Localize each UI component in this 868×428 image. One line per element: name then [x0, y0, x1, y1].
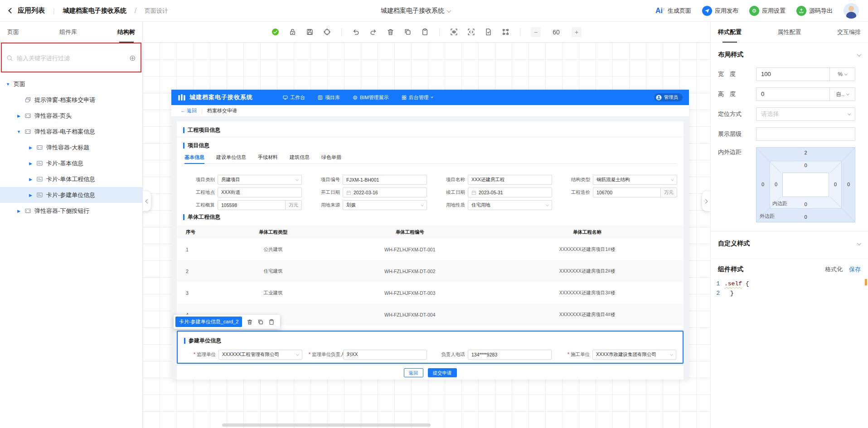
paste-icon[interactable] — [421, 28, 429, 36]
copy-icon[interactable] — [257, 319, 264, 325]
artboard-icon[interactable] — [502, 28, 509, 36]
nav-project-library[interactable]: 项目库 — [318, 94, 340, 101]
save-style-link[interactable]: 保存 — [849, 265, 861, 274]
margin-top-value[interactable]: 2 — [756, 150, 855, 155]
tab-green-measures[interactable]: 绿色举措 — [321, 152, 341, 164]
back-chevron-icon[interactable] — [8, 8, 14, 14]
end-date-picker[interactable]: 2023-05-31 — [468, 188, 552, 197]
margin-right-value[interactable]: 0 — [842, 182, 855, 187]
start-date-picker[interactable]: 2022-03-16 — [343, 188, 427, 197]
project-info-card[interactable]: 工程项目信息 项目信息 基本信息 建设单位信息 手续材料 建筑信息 绿色举措 项… — [177, 121, 684, 329]
builder-unit-select[interactable]: XXXX市政建设集团有限公司 — [592, 350, 676, 360]
page-check-icon[interactable] — [485, 28, 492, 36]
back-link[interactable]: ← 返回 — [180, 107, 197, 114]
project-cost-input[interactable]: 106700万元 — [593, 188, 677, 197]
tab-structure-tree[interactable]: 结构树 — [117, 22, 135, 43]
project-location-input[interactable]: XXX街道 — [218, 188, 302, 197]
tree-item-card-basicinfo[interactable]: ▶ 卡片-基本信息 — [0, 155, 142, 171]
tree-filter-input[interactable] — [17, 55, 126, 62]
redo-icon[interactable] — [369, 28, 377, 36]
zoom-out-button[interactable]: − — [531, 27, 541, 37]
chevron-expanded-icon[interactable]: ▼ — [16, 130, 21, 134]
project-code-input[interactable]: FJXM-1-BH001 — [343, 175, 427, 185]
tree-item-card-participants[interactable]: ▶ 卡片-参建单位信息 — [0, 187, 142, 203]
save-icon[interactable] — [306, 28, 314, 36]
project-estimate-input[interactable]: 105598万元 — [218, 200, 302, 210]
tab-pages[interactable]: 页面 — [7, 22, 19, 43]
copy-icon[interactable] — [404, 28, 412, 36]
preview-eye-icon[interactable] — [450, 28, 458, 36]
chevron-collapsed-icon[interactable]: ▶ — [28, 193, 33, 197]
code-editor[interactable]: 1 .self { 2 } — [711, 278, 868, 428]
supervisor-person-input[interactable]: 刘XX — [343, 350, 427, 360]
table-row[interactable]: 3工业建筑WH-FZLHJFXM-DT-003XXXXXXX还建房项目3#楼 — [177, 282, 684, 304]
chevron-collapsed-icon[interactable]: ▶ — [16, 209, 21, 213]
land-source-select[interactable]: 划拨 — [343, 200, 427, 210]
padding-bottom-value[interactable]: 0 — [756, 202, 855, 207]
tab-procedure-materials[interactable]: 手续材料 — [258, 152, 278, 164]
code-view-icon[interactable] — [467, 28, 475, 36]
custom-style-section-header[interactable]: 自定义样式 — [711, 231, 868, 253]
chevron-collapsed-icon[interactable]: ▶ — [28, 145, 33, 150]
code-line[interactable]: 1 .self { — [711, 279, 868, 289]
preview-user-badge[interactable]: 管理员 — [654, 93, 683, 101]
margin-left-value[interactable]: 0 — [756, 182, 770, 187]
back-to-app-list[interactable]: 应用列表 — [18, 6, 45, 15]
design-grid[interactable]: 城建档案电子接收系统 工作台 项目库 BIM管理展示 — [143, 43, 710, 428]
layout-style-section-header[interactable]: 布局样式 — [711, 43, 868, 64]
table-row[interactable]: 2住宅建筑WH-FZLHJFXM-DT-002XXXXXXX还建房项目2#楼 — [177, 260, 684, 282]
back-button[interactable]: 返回 — [404, 368, 423, 377]
paste-icon[interactable] — [268, 319, 275, 325]
preview-page[interactable]: 城建档案电子接收系统 工作台 项目库 BIM管理展示 — [171, 90, 689, 380]
tab-style-config[interactable]: 样式配置 — [718, 22, 742, 43]
tree-item-flex-earchive[interactable]: ▼ 弹性容器-电子档案信息 — [0, 124, 142, 139]
collapse-left-panel-handle[interactable] — [143, 191, 151, 211]
tree-item-flex-bottombuttons[interactable]: ▶ 弹性容器-下侧按钮行 — [0, 203, 142, 219]
height-unit-select[interactable]: 自.. — [830, 87, 855, 101]
tree-item-card-unitproject[interactable]: ▶ 卡片-单体工程信息 — [0, 171, 142, 187]
lock-icon[interactable] — [289, 28, 296, 36]
collapse-right-panel-handle[interactable] — [702, 191, 710, 211]
user-avatar[interactable] — [844, 3, 859, 19]
tab-basic-info[interactable]: 基本信息 — [184, 152, 204, 164]
app-title-switcher[interactable]: 城建档案电子接收系统 — [381, 0, 451, 22]
tab-building-info[interactable]: 建筑信息 — [290, 152, 310, 164]
tree-item-flex-bigtitle[interactable]: ▶ 弹性容器-大标题 — [0, 139, 142, 155]
chevron-collapsed-icon[interactable]: ▶ — [28, 177, 33, 182]
padding-top-value[interactable]: 0 — [756, 163, 855, 168]
structure-type-select[interactable]: 钢筋混凝土结构 — [593, 175, 677, 185]
locate-node-icon[interactable] — [129, 55, 136, 62]
source-export-button[interactable]: 源码导出 — [796, 6, 833, 16]
delete-icon[interactable] — [387, 28, 394, 36]
zlevel-input[interactable] — [756, 127, 855, 141]
padding-left-value[interactable]: 0 — [770, 182, 782, 187]
format-code-link[interactable]: 格式化 — [825, 265, 843, 274]
chevron-expanded-icon[interactable]: ▼ — [5, 82, 10, 87]
tab-interaction-config[interactable]: 交互编排 — [837, 22, 861, 43]
app-settings-button[interactable]: ⚙ 应用设置 — [749, 6, 786, 16]
nav-bim-display[interactable]: BIM管理展示 — [353, 94, 389, 101]
delete-icon[interactable] — [247, 319, 253, 325]
code-line[interactable]: 2 } — [711, 289, 868, 298]
height-input[interactable]: 0 — [756, 87, 830, 101]
table-row[interactable]: 1公共建筑WH-FZLHJFXM-DT-001XXXXXXX还建房项目1#楼 — [177, 239, 684, 260]
land-use-select[interactable]: 住宅用地 — [468, 200, 552, 210]
project-name-input[interactable]: XXX还建房工程 — [468, 175, 552, 185]
tab-construction-unit[interactable]: 建设单位信息 — [216, 152, 246, 164]
ai-generate-page-button[interactable]: Ai↑ 生成页面 — [655, 7, 691, 15]
box-model-diagram[interactable]: 2 0 0 0 0 0 0 0 内边距 外边距 — [756, 147, 855, 222]
breadcrumb-app-name[interactable]: 城建档案电子接收系统 — [63, 7, 126, 15]
tab-components[interactable]: 组件库 — [59, 22, 77, 43]
participants-card-selected[interactable]: 参建单位信息 监理单位XXXXXX工程管理有限公司 监理单位负责人刘XX 负责人… — [177, 331, 684, 364]
submit-button[interactable]: 提交申请 — [428, 368, 457, 377]
tree-item-dialog[interactable]: 提示弹窗-档案移交申请 — [0, 92, 142, 108]
chevron-collapsed-icon[interactable]: ▶ — [28, 161, 33, 166]
crosshair-icon[interactable] — [323, 28, 331, 36]
horizontal-scrollbar[interactable] — [222, 423, 431, 427]
tree-item-flex-header[interactable]: ▶ 弹性容器-页头 — [0, 108, 142, 124]
app-publish-button[interactable]: 应用发布 — [702, 6, 738, 16]
supervisor-unit-select[interactable]: XXXXXX工程管理有限公司 — [218, 350, 302, 360]
padding-right-value[interactable]: 0 — [829, 182, 842, 187]
tab-property-config[interactable]: 属性配置 — [778, 22, 801, 43]
position-select[interactable]: 请选择 — [756, 107, 855, 121]
